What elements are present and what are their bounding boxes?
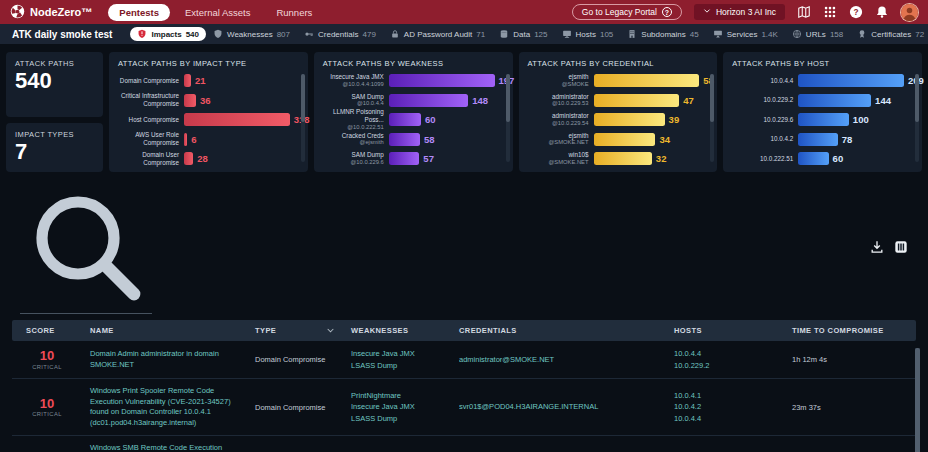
list-item[interactable]: 10.0.4.2	[674, 401, 776, 413]
table-row[interactable]: 10 CRITICAL Domain Admin administrator i…	[12, 341, 916, 379]
stat-urls[interactable]: URLs 158	[785, 27, 850, 41]
help-button[interactable]: ?	[849, 5, 863, 19]
chart-bar-row[interactable]: 10.0.229.6 100	[732, 111, 904, 128]
col-weaknesses[interactable]: WEAKNESSES	[343, 326, 451, 335]
chart-scrollbar[interactable]	[710, 74, 714, 162]
col-name[interactable]: NAME	[82, 326, 247, 335]
col-type[interactable]: TYPE	[247, 326, 343, 335]
bar[interactable]	[389, 152, 420, 165]
list-item[interactable]: administrator@SMOKE.NET	[459, 354, 658, 366]
bar[interactable]	[594, 152, 652, 165]
chart-bar-row[interactable]: administrator@10.0.229.54 39	[528, 111, 700, 128]
table-scrollbar[interactable]	[915, 348, 920, 452]
bar[interactable]	[798, 74, 904, 87]
download-button[interactable]	[870, 240, 884, 254]
map-button[interactable]	[797, 5, 811, 19]
time-to-compromise: 1h 12m 4s	[784, 355, 916, 364]
list-item[interactable]: 10.0.4.4	[674, 348, 776, 360]
apps-icon	[823, 5, 837, 19]
bar[interactable]	[594, 133, 656, 146]
bar-sublabel: @10.0.4.4	[323, 100, 384, 107]
list-item[interactable]: Insecure Java JMX	[351, 348, 443, 360]
chart-bar-row[interactable]: Insecure Java JMX@10.0.4.4:1099 197	[323, 72, 495, 89]
stat-ad-password-audit[interactable]: AD Password Audit 71	[383, 27, 492, 41]
impact-name[interactable]: Windows SMB Remote Code Execution Vulner…	[82, 443, 247, 452]
nodezero-logo[interactable]: NodeZero™	[10, 4, 92, 21]
bar[interactable]	[594, 113, 665, 126]
stat-certificates[interactable]: Certificates 72	[850, 27, 928, 41]
chart-bar-row[interactable]: ejsmith@SMOKE 58	[528, 72, 700, 89]
chart-scrollbar[interactable]	[506, 74, 510, 162]
list-item[interactable]: PrintNightmare	[351, 390, 443, 402]
chart-scrollbar[interactable]	[301, 74, 305, 162]
chart-bar-row[interactable]: 10.0.4.2 78	[732, 131, 904, 148]
chart-bar-row[interactable]: 10.0.229.2 144	[732, 92, 904, 109]
bar[interactable]	[594, 74, 700, 87]
stat-subdomains[interactable]: Subdomains 45	[620, 27, 705, 41]
col-credentials[interactable]: CREDENTIALS	[451, 326, 666, 335]
bar[interactable]	[184, 94, 196, 107]
bar[interactable]	[798, 152, 828, 165]
stat-services[interactable]: Services 1.4K	[706, 27, 785, 41]
stat-credentials[interactable]: Credentials 479	[297, 27, 383, 41]
stat-label: Services	[727, 30, 758, 39]
bar[interactable]	[594, 94, 680, 107]
table-row[interactable]: 10 CRITICAL Windows Print Spooler Remote…	[12, 379, 916, 436]
chart-bar-row[interactable]: win10$@SMOKE.NET 32	[528, 150, 700, 167]
chart-bar-row[interactable]: Domain Compromise 21	[118, 72, 290, 89]
chart-bar-row[interactable]: ejsmith@SMOKE.NET 34	[528, 131, 700, 148]
stat-weaknesses[interactable]: Weaknesses 807	[206, 27, 297, 41]
list-item[interactable]: 10.0.4.1	[674, 390, 776, 402]
bar[interactable]	[389, 74, 495, 87]
bar[interactable]	[389, 113, 421, 126]
impact-name[interactable]: Windows Print Spooler Remote Code Execut…	[82, 386, 247, 428]
chart-bar-row[interactable]: 10.0.4.4 209	[732, 72, 904, 89]
chart-bar-row[interactable]: 10.0.222.51 60	[732, 150, 904, 167]
chart-bar-row[interactable]: Host Compromise 318	[118, 111, 290, 128]
org-selector[interactable]: Horizon 3 AI Inc	[694, 4, 785, 20]
list-item[interactable]: Insecure Java JMX	[351, 401, 443, 413]
list-item[interactable]: LSASS Dump	[351, 413, 443, 425]
chart-bar-row[interactable]: AWS User Role Compromise 6	[118, 131, 290, 148]
bar[interactable]	[184, 133, 187, 146]
stat-impacts[interactable]: Impacts 540	[130, 27, 206, 41]
chart-scrollbar[interactable]	[915, 74, 919, 162]
chart-bar-row[interactable]: LLMNR Poisoning Poss...@10.0.222.51 60	[323, 111, 495, 128]
stat-data[interactable]: Data 125	[492, 27, 554, 41]
tab-pentests[interactable]: Pentests	[108, 4, 170, 21]
list-item[interactable]: 10.0.4.4	[674, 413, 776, 425]
list-item[interactable]: 10.0.229.2	[674, 360, 776, 372]
col-hosts[interactable]: HOSTS	[666, 326, 784, 335]
bar[interactable]	[184, 152, 193, 165]
chart-bar-row[interactable]: SAM Dump@10.0.229.6 57	[323, 150, 495, 167]
chart-bar-row[interactable]: Domain User Compromise 28	[118, 150, 290, 167]
bar[interactable]	[389, 94, 468, 107]
apps-button[interactable]	[823, 5, 837, 19]
chart-bar-row[interactable]: SAM Dump@10.0.4.4 148	[323, 92, 495, 109]
notifications-button[interactable]	[875, 5, 889, 19]
impact-name[interactable]: Domain Admin administrator in domain SMO…	[82, 349, 247, 370]
chart-bar-row[interactable]: Cracked Creds@ejsmith 58	[323, 131, 495, 148]
avatar[interactable]	[901, 4, 918, 21]
bar[interactable]	[184, 113, 290, 126]
bell-icon	[875, 5, 889, 19]
bar[interactable]	[389, 133, 420, 146]
attack-paths-card: ATTACK PATHS 540	[6, 52, 103, 117]
table-row[interactable]: 10 CRITICAL Windows SMB Remote Code Exec…	[12, 436, 916, 452]
bar[interactable]	[184, 74, 191, 87]
bar-label: 10.0.222.51	[732, 155, 793, 163]
list-item[interactable]: LSASS Dump	[351, 360, 443, 372]
stat-hosts[interactable]: Hosts 105	[555, 27, 621, 41]
bar[interactable]	[798, 94, 871, 107]
bar[interactable]	[798, 113, 849, 126]
legacy-portal-button[interactable]: Go to Legacy Portal ?	[572, 4, 682, 20]
tab-runners[interactable]: Runners	[265, 4, 323, 21]
columns-button[interactable]	[894, 240, 908, 254]
chart-bar-row[interactable]: administrator@10.0.229.53 47	[528, 92, 700, 109]
tab-external-assets[interactable]: External Assets	[174, 4, 261, 21]
chart-bar-row[interactable]: Critical Infrastructure Compromise 36	[118, 92, 290, 109]
bar[interactable]	[798, 133, 837, 146]
col-time-to-compromise[interactable]: TIME TO COMPROMISE	[784, 326, 916, 335]
list-item[interactable]: svr01$@POD04.H3AIRANGE.INTERNAL	[459, 401, 658, 413]
col-score[interactable]: SCORE	[12, 326, 82, 335]
